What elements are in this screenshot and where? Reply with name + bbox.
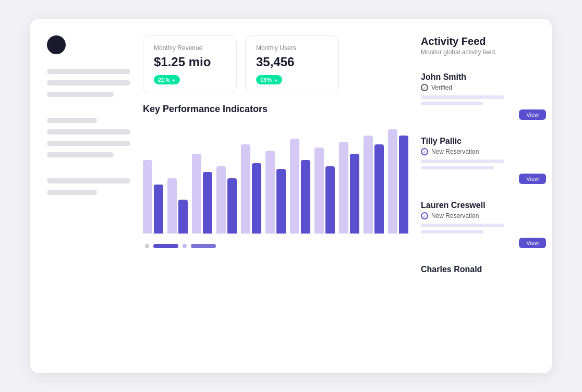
activity-lines — [421, 160, 546, 169]
view-button[interactable]: View — [519, 174, 546, 184]
bar-light — [167, 178, 177, 234]
activity-status: ✓ New Reservation — [421, 212, 546, 219]
stat-badge-users: 13% — [256, 75, 282, 84]
sidebar-item[interactable] — [47, 80, 130, 85]
bar-light — [314, 148, 324, 234]
bar-group — [216, 166, 237, 234]
activity-item-tilly: Tilly Pallic ✓ New Reservation View — [421, 130, 546, 194]
bar-light — [363, 136, 373, 234]
bar-dark — [399, 136, 408, 234]
sidebar-item[interactable] — [47, 190, 97, 195]
activity-line — [421, 224, 504, 227]
activity-line — [421, 160, 504, 163]
legend-dot-gray — [145, 244, 149, 248]
view-button[interactable]: View — [519, 109, 546, 120]
bar-dark — [276, 169, 286, 234]
stat-card-label: Monthly Users — [256, 44, 328, 52]
bar-light — [290, 139, 299, 234]
verified-icon: ✓ — [421, 84, 428, 91]
activity-feed-title: Activity Feed — [421, 35, 546, 47]
bar-light — [192, 154, 201, 234]
activity-line — [421, 230, 483, 234]
bar-group — [265, 151, 286, 234]
bar-group — [143, 160, 163, 234]
bar-light — [143, 160, 152, 234]
sidebar-item[interactable] — [47, 118, 97, 123]
bar-dark — [325, 166, 335, 234]
stat-card-users: Monthly Users 35,456 13% — [245, 35, 339, 93]
activity-name: Tilly Pallic — [421, 137, 546, 146]
reservation-icon: ✓ — [421, 212, 428, 219]
sidebar-logo — [47, 35, 66, 54]
sidebar-item[interactable] — [47, 69, 130, 74]
status-label: Verified — [431, 84, 452, 91]
bar-dark — [154, 185, 163, 234]
reservation-icon: ✓ — [421, 148, 428, 155]
bar-dark — [178, 200, 188, 234]
bar-dark — [301, 160, 310, 234]
activity-action-bar: View — [421, 109, 546, 120]
activity-line — [421, 166, 494, 169]
chart-legend — [143, 244, 408, 248]
legend-dot-light — [183, 244, 187, 248]
activity-status: ✓ Verified — [421, 84, 546, 91]
activity-lines — [421, 224, 546, 234]
bar-group — [290, 139, 310, 234]
sidebar-item[interactable] — [47, 92, 114, 97]
main-content: Monthly Revenue $1.25 mio 21% Monthly Us… — [143, 35, 408, 357]
bar-group — [388, 129, 408, 234]
status-label: New Reservation — [431, 212, 479, 219]
kpi-section: Key Performance Indicators — [143, 104, 408, 357]
bar-light — [265, 151, 275, 234]
activity-item-lauren: Lauren Creswell ✓ New Reservation View — [421, 194, 546, 259]
legend-bar-purple — [153, 244, 178, 248]
stat-card-label: Monthly Revenue — [154, 44, 226, 52]
activity-lines — [421, 95, 546, 105]
stat-card-value: 35,456 — [256, 55, 328, 69]
stat-card-revenue: Monthly Revenue $1.25 mio 21% — [143, 35, 237, 93]
bar-dark — [252, 163, 261, 234]
view-button[interactable]: View — [519, 238, 546, 248]
bar-light — [241, 144, 250, 234]
bar-group — [192, 154, 212, 234]
bar-dark — [350, 154, 359, 234]
activity-action-bar: View — [421, 238, 546, 248]
bar-group — [241, 144, 261, 234]
bar-group — [167, 178, 188, 234]
legend-bar-indigo — [191, 244, 216, 248]
activity-name: Lauren Creswell — [421, 201, 546, 210]
dashboard: Monthly Revenue $1.25 mio 21% Monthly Us… — [30, 19, 552, 373]
sidebar-item[interactable] — [47, 178, 130, 183]
bar-dark — [374, 144, 384, 234]
stat-badge-revenue: 21% — [154, 75, 180, 84]
bar-dark — [227, 178, 237, 234]
activity-action-bar: View — [421, 174, 546, 184]
activity-feed-subtitle: Monitor global activity feed. — [421, 48, 546, 56]
bar-light — [216, 166, 226, 234]
activity-feed: Activity Feed Monitor global activity fe… — [421, 35, 546, 357]
activity-item-john: John Smith ✓ Verified View — [421, 66, 546, 130]
sidebar — [47, 35, 130, 357]
activity-name: John Smith — [421, 72, 546, 82]
bar-group — [339, 142, 359, 234]
sidebar-item[interactable] — [47, 129, 130, 134]
status-label: New Reservation — [431, 148, 479, 155]
bar-group — [314, 148, 335, 234]
bar-group — [363, 136, 384, 234]
kpi-title: Key Performance Indicators — [143, 104, 408, 115]
bar-dark — [203, 172, 212, 234]
activity-line — [421, 102, 483, 105]
bar-light — [339, 142, 348, 234]
activity-item-charles: Charles Ronald — [421, 259, 546, 283]
activity-line — [421, 95, 504, 99]
sidebar-item[interactable] — [47, 141, 130, 146]
sidebar-item[interactable] — [47, 152, 114, 157]
bar-light — [388, 129, 397, 234]
stat-card-value: $1.25 mio — [154, 55, 226, 69]
stat-cards: Monthly Revenue $1.25 mio 21% Monthly Us… — [143, 35, 408, 93]
activity-status: ✓ New Reservation — [421, 148, 546, 155]
bar-chart — [143, 123, 408, 238]
activity-name: Charles Ronald — [421, 265, 546, 274]
